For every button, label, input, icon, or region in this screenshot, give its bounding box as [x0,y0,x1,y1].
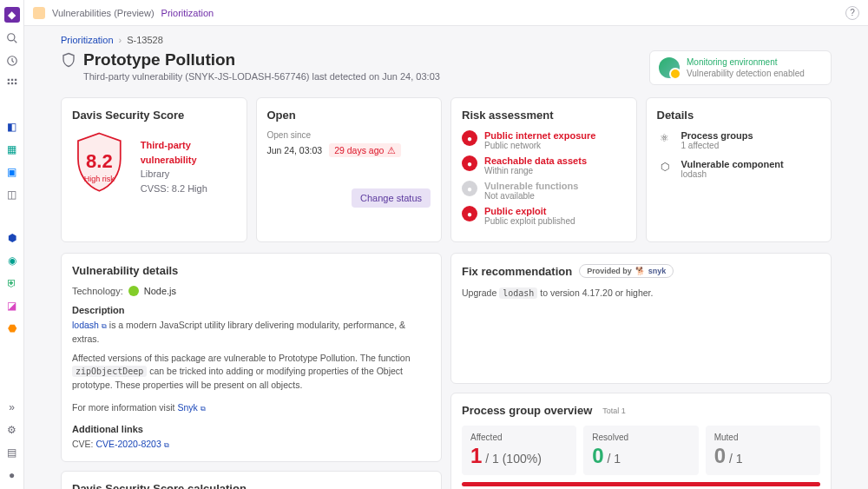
svg-rect-2 [7,79,9,81]
risk-item-sub: Not available [484,191,578,201]
user-icon[interactable]: ● [5,468,19,482]
cve-link[interactable]: CVE-2020-8203 ⧉ [95,439,168,449]
shortcuts-icon[interactable]: ▤ [5,446,19,459]
crumb-prioritization[interactable]: Prioritization [161,8,214,18]
fix-card: Fix recommendation Provided by 🐕 snyk Up… [450,253,832,384]
svg-rect-4 [14,79,16,81]
nodejs-icon [128,286,139,296]
crumb-vulnerabilities[interactable]: Vulnerabilities (Preview) [52,8,155,18]
fix-text2: to version 4.17.20 or higher. [537,287,653,298]
process-groups-icon: ⚛ [657,130,673,146]
risk-item-icon: ● [462,130,477,146]
details-title: Details [657,109,821,122]
cve-label: CVE: [72,439,94,449]
breadcrumb-sep: › [119,35,122,45]
risk-item: ● Vulnerable functions Not available [462,181,626,201]
nav-icon-9[interactable]: ⬣ [5,321,19,335]
breadcrumb-link[interactable]: Prioritization [61,35,114,45]
stat-resolved: Resolved 0 / 1 [583,426,698,475]
fix-code: lodash [499,287,537,299]
desc2code: zipObjectDeep [72,366,147,377]
page-title-block: Prototype Pollution Third-party vulnerab… [61,50,440,82]
vuln-details-title: Vulnerability details [72,264,431,277]
risk-item-sub: Public exploit published [484,216,575,226]
risk-item-icon: ● [462,181,477,196]
risk-item-icon: ● [462,155,477,171]
breadcrumb-top: Vulnerabilities (Preview) Prioritization [52,8,214,18]
nav-icon-2[interactable]: ▦ [5,142,19,156]
external-link-icon: ⧉ [201,405,206,413]
left-sidebar: ◆ ◧ ▦ ▣ ◫ ⬢ ◉ ⛨ ◪ ⬣ » ⚙ ▤ ● [0,0,24,489]
snyk-link[interactable]: Snyk ⧉ [177,402,205,413]
score-value: 8.2 [86,150,113,173]
vuln-details-card: Vulnerability details Technology: Node.j… [61,253,442,462]
risk-item-title: Reachable data assets [484,155,587,166]
search-icon[interactable] [5,31,19,45]
pgo-title-row: Process group overview Total 1 [462,404,820,417]
davis-line2: Library [141,167,236,182]
risk-item: ● Public exploit Public exploit publishe… [462,206,626,226]
tech-value: Node.js [144,286,176,296]
breadcrumb-current: S-13528 [127,35,163,45]
nav-icon-7[interactable]: ⛨ [5,276,19,290]
details-pg-sub: 1 affected [681,141,753,150]
lodash-link[interactable]: lodash ⧉ [72,320,107,330]
risk-item-icon: ● [462,206,477,221]
open-since-label: Open since [267,130,431,140]
risk-title: Risk assessment [462,109,626,122]
help-icon[interactable]: ? [845,6,859,20]
davis-line1: Third-party vulnerability [141,138,236,167]
settings-icon[interactable]: ⚙ [5,423,19,437]
change-status-button[interactable]: Change status [352,188,431,208]
logo-icon[interactable]: ◆ [4,7,20,23]
nav-icon-6[interactable]: ◉ [5,254,19,268]
calc-card: Davis Security Score calculation ⛨ 8.2 H… [61,471,442,489]
risk-item: ● Reachable data assets Within range [462,155,626,175]
risk-item-sub: Public network [484,141,595,150]
open-card: Open Open since Jun 24, 03:03 29 days ag… [256,97,443,242]
svg-rect-3 [10,79,12,81]
nav-icon-3[interactable]: ▣ [5,165,19,179]
more-info-text: For more information visit [72,402,177,413]
details-vc-sub: lodash [681,169,784,179]
score-label: High risk [84,175,115,183]
calc-title: Davis Security Score calculation [72,482,431,489]
fix-text1: Upgrade [462,287,499,298]
pgo-card: Process group overview Total 1 Affected … [450,393,832,489]
pgo-total: Total 1 [602,406,626,415]
risk-item-title: Public internet exposure [484,130,595,141]
provided-by-pill: Provided by 🐕 snyk [579,264,674,278]
nav-icon-8[interactable]: ◪ [5,299,19,313]
svg-rect-6 [10,83,12,84]
env-avatar-icon [659,57,680,78]
apps-icon[interactable] [5,76,19,90]
warning-icon: ⚠ [387,145,396,155]
component-icon: ⬡ [657,159,673,175]
stat-muted: Muted 0 / 1 [706,426,820,475]
desc2a: Affected versions of this package are vu… [72,353,411,363]
description-head: Description [72,305,431,315]
page-title: Prototype Pollution [83,50,235,69]
davis-title: Davis Security Score [72,109,236,122]
details-card: Details ⚛ Process groups 1 affected ⬡ Vu… [646,97,832,242]
shield-icon [61,52,76,68]
open-title: Open [267,109,431,122]
nav-icon-1[interactable]: ◧ [5,120,19,134]
risk-card: Risk assessment ● Public internet exposu… [450,97,637,242]
svg-rect-5 [7,83,9,84]
nav-icon-5[interactable]: ⬢ [5,231,19,245]
svg-point-0 [7,34,14,41]
details-pg-title: Process groups [681,130,753,141]
risk-item-title: Vulnerable functions [484,181,578,191]
dashboard-icon[interactable] [5,54,19,68]
score-shield: 8.2 High risk [72,130,127,203]
addl-links-head: Additional links [72,424,431,434]
fix-title: Fix recommendation [462,265,572,278]
open-date: Jun 24, 03:03 [267,145,323,155]
env-status-card[interactable]: Monitoring environment Vulnerability det… [649,50,832,85]
nav-icon-4[interactable]: ◫ [5,188,19,202]
expand-icon[interactable]: » [5,400,19,414]
env-status-line1: Monitoring environment [687,56,805,68]
svg-rect-7 [14,83,16,84]
desc1: is a modern JavaScript utility library d… [72,320,405,344]
